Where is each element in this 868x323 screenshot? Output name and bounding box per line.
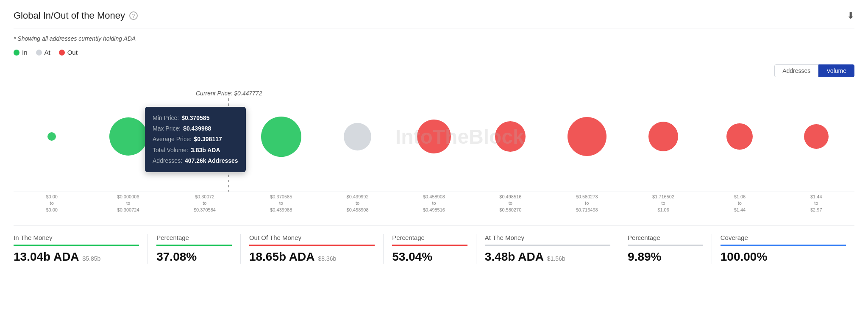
summary-coverage: Coverage 100.00% — [712, 234, 854, 264]
x-axis-col-8: $1.716502to$1.06 — [625, 194, 701, 213]
bubble-8[interactable] — [648, 122, 678, 151]
bubble-1[interactable] — [109, 117, 147, 156]
in-pct-underline — [156, 245, 232, 246]
tooltip-vol-value: 3.83b ADA — [191, 145, 220, 156]
x-axis-col-9: $1.06to$1.44 — [701, 194, 778, 213]
x-axis-col-3: $0.370585to$0.439988 — [243, 194, 319, 213]
legend-item-at: At — [36, 49, 50, 56]
at-money-label: At The Money — [485, 234, 610, 241]
tooltip-addr-label: Addresses: — [153, 156, 182, 166]
chart-title: Global In/Out of the Money — [14, 10, 125, 21]
out-pct-label: Percentage — [392, 234, 467, 241]
bubble-col-4 — [319, 103, 395, 170]
bubble-col-8 — [625, 103, 701, 170]
current-price-label: Current Price: $0.447772 — [196, 90, 262, 97]
legend-label-out: Out — [67, 49, 78, 56]
legend-dot-out — [59, 50, 65, 56]
bubble-6[interactable] — [495, 121, 526, 152]
bubble-col-9 — [701, 103, 778, 170]
bubble-col-6 — [472, 103, 548, 170]
summary-row: In The Money 13.04b ADA $5.85b Percentag… — [14, 225, 854, 264]
bubble-3[interactable] — [261, 117, 301, 157]
chart-subtitle: * Showing all addresses currently holdin… — [14, 35, 854, 42]
legend-dot-in — [14, 50, 19, 56]
bubble-4[interactable] — [344, 123, 371, 150]
x-axis-col-4: $0.439992to$0.458908 — [319, 194, 395, 213]
volume-button[interactable]: Volume — [818, 64, 854, 77]
tooltip-max-label: Max Price: — [153, 123, 181, 134]
axis-separator — [14, 192, 854, 192]
download-icon[interactable]: ⬇ — [847, 10, 854, 21]
summary-in-the-money: In The Money 13.04b ADA $5.85b — [14, 234, 148, 264]
bubble-5[interactable] — [417, 120, 451, 153]
out-money-sub: $8.36b — [318, 255, 337, 262]
coverage-label: Coverage — [721, 234, 846, 241]
out-pct-underline — [392, 245, 467, 246]
coverage-underline — [721, 245, 846, 246]
chart-controls: Addresses Volume — [14, 64, 854, 77]
in-money-main: 13.04b ADA — [14, 250, 79, 264]
in-money-underline — [14, 245, 139, 246]
x-axis-col-10: $1.44to$2.97 — [778, 194, 854, 213]
bubble-10[interactable] — [804, 124, 829, 149]
at-money-value-row: 3.48b ADA $1.56b — [485, 250, 610, 264]
coverage-value: 100.00% — [721, 250, 768, 263]
bubble-9[interactable] — [726, 123, 753, 150]
legend-item-out: Out — [59, 49, 78, 56]
out-money-main: 18.65b ADA — [249, 250, 315, 264]
at-pct-value: 9.89% — [628, 250, 661, 263]
x-axis-col-5: $0.458908to$0.498516 — [396, 194, 472, 213]
legend-dot-at — [36, 50, 42, 56]
out-money-value-row: 18.65b ADA $8.36b — [249, 250, 375, 264]
bubble-col-5 — [396, 103, 472, 170]
bubble-col-7 — [549, 103, 625, 170]
in-money-label: In The Money — [14, 234, 139, 241]
summary-at-the-money: At The Money 3.48b ADA $1.56b — [476, 234, 619, 264]
x-axis: $0.00to$0.00$0.000006to$0.300724$0.30072… — [14, 194, 854, 213]
x-axis-col-0: $0.00to$0.00 — [14, 194, 90, 213]
bubbles-row — [14, 103, 854, 170]
summary-out-of-money: Out Of The Money 18.65b ADA $8.36b — [241, 234, 384, 264]
at-pct-label: Percentage — [628, 234, 703, 241]
bubble-0[interactable] — [47, 132, 56, 141]
x-axis-col-1: $0.000006to$0.300724 — [90, 194, 166, 213]
chart-header: Global In/Out of the Money ? ⬇ — [14, 10, 854, 28]
tooltip-vol-label: Total Volume: — [153, 145, 188, 156]
in-money-sub: $5.85b — [83, 255, 101, 262]
x-axis-col-7: $0.580273to$0.716498 — [549, 194, 625, 213]
in-money-value-row: 13.04b ADA $5.85b — [14, 250, 139, 264]
at-money-pct-section: Percentage 9.89% — [619, 234, 712, 264]
bubble-tooltip: Min Price: $0.370585 Max Price: $0.43998… — [145, 107, 246, 172]
out-money-pct-section: Percentage 53.04% — [384, 234, 476, 264]
chart-legend: In At Out — [14, 49, 854, 56]
bubble-col-10 — [778, 103, 854, 170]
in-pct-value: 37.08% — [156, 250, 197, 263]
tooltip-avg-value: $0.398117 — [194, 134, 222, 145]
bubble-col-0 — [14, 103, 90, 170]
at-money-underline — [485, 245, 610, 246]
at-money-main: 3.48b ADA — [485, 250, 544, 264]
legend-label-in: In — [22, 49, 28, 56]
tooltip-min-value: $0.370585 — [181, 113, 209, 123]
x-axis-col-6: $0.498516to$0.580270 — [472, 194, 548, 213]
out-money-label: Out Of The Money — [249, 234, 375, 241]
x-axis-col-2: $0.30072to$0.370584 — [167, 194, 243, 213]
help-icon[interactable]: ? — [129, 11, 138, 20]
out-pct-value: 53.04% — [392, 250, 432, 263]
addresses-button[interactable]: Addresses — [774, 64, 818, 77]
at-pct-underline — [628, 245, 703, 246]
tooltip-addr-value: 407.26k Addresses — [185, 156, 238, 166]
out-money-underline — [249, 245, 375, 246]
at-money-sub: $1.56b — [547, 255, 565, 262]
header-left: Global In/Out of the Money ? — [14, 10, 138, 21]
tooltip-max-value: $0.439988 — [183, 123, 211, 134]
chart-area: IntoTheBlock Current Price: $0.447772 Mi… — [14, 81, 854, 192]
legend-label-at: At — [45, 49, 50, 56]
legend-item-in: In — [14, 49, 28, 56]
bubble-7[interactable] — [568, 117, 606, 156]
in-pct-label: Percentage — [156, 234, 232, 241]
tooltip-min-label: Min Price: — [153, 113, 179, 123]
tooltip-avg-label: Average Price: — [153, 134, 192, 145]
in-money-pct-section: Percentage 37.08% — [148, 234, 241, 264]
